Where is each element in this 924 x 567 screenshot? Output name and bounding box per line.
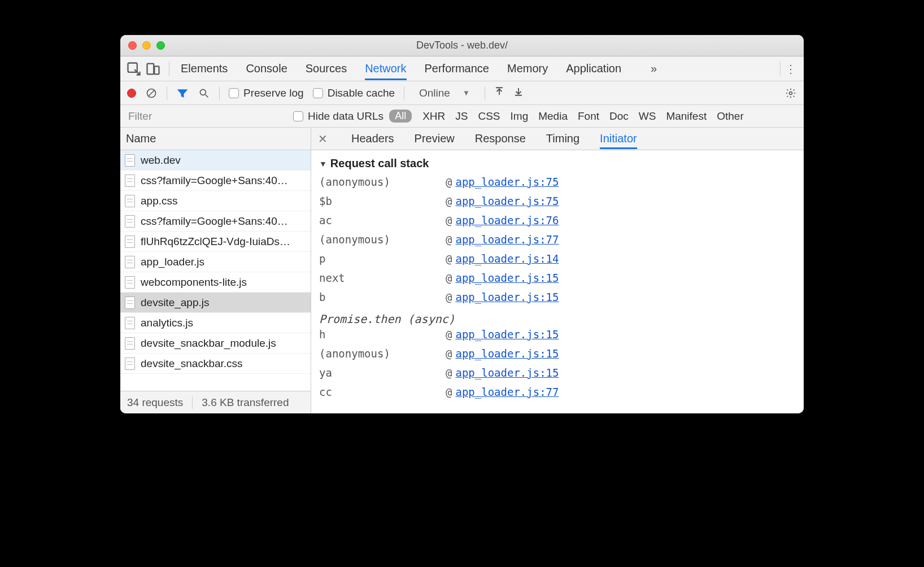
stack-frame: ya@app_loader.js:15 (319, 367, 796, 386)
stack-frame: (anonymous)@app_loader.js:15 (319, 347, 796, 367)
stack-frame-function: p (319, 252, 446, 265)
tab-application[interactable]: Application (566, 57, 621, 80)
tab-response[interactable]: Response (475, 128, 526, 149)
request-row[interactable]: webcomponents-lite.js (120, 272, 311, 293)
filter-type-xhr[interactable]: XHR (422, 110, 445, 123)
request-row[interactable]: web.dev (120, 150, 311, 171)
tab-timing[interactable]: Timing (546, 128, 579, 149)
svg-rect-2 (154, 66, 159, 74)
filter-type-doc[interactable]: Doc (609, 110, 629, 123)
request-row[interactable]: app.css (120, 191, 311, 211)
tab-console[interactable]: Console (246, 57, 287, 80)
filter-type-js[interactable]: JS (455, 110, 468, 123)
request-row[interactable]: app_loader.js (120, 252, 311, 272)
at-symbol: @ (446, 176, 452, 188)
search-icon[interactable] (198, 87, 210, 99)
request-list-panel: Name web.devcss?family=Google+Sans:40…ap… (120, 128, 311, 413)
kebab-menu-icon[interactable]: ⋮ (785, 62, 797, 76)
main-tabbar: Elements Console Sources Network Perform… (120, 56, 804, 81)
settings-gear-icon[interactable] (784, 87, 797, 99)
at-symbol: @ (446, 233, 452, 246)
upload-har-icon[interactable] (494, 86, 504, 99)
name-column-header[interactable]: Name (120, 128, 311, 150)
stack-frame-link[interactable]: app_loader.js:15 (455, 367, 559, 379)
zoom-window-button[interactable] (156, 41, 165, 50)
request-row[interactable]: devsite_snackbar.css (120, 354, 311, 374)
svg-point-5 (200, 89, 206, 95)
minimize-window-button[interactable] (142, 41, 151, 50)
stack-frame: h@app_loader.js:15 (319, 328, 796, 347)
section-title[interactable]: ▼ Request call stack (319, 157, 796, 170)
file-icon (125, 276, 135, 289)
devtools-window: DevTools - web.dev/ Elements Console Sou… (120, 35, 804, 413)
tab-performance[interactable]: Performance (425, 57, 490, 80)
detail-tabs: ✕ Headers Preview Response Timing Initia… (311, 128, 804, 150)
filter-type-img[interactable]: Img (511, 110, 529, 123)
stack-frame-link[interactable]: app_loader.js:15 (455, 272, 559, 284)
filter-type-all[interactable]: All (389, 110, 412, 123)
stack-frame: cc@app_loader.js:77 (319, 386, 796, 405)
download-har-icon[interactable] (513, 86, 524, 99)
toggle-device-toolbar-icon[interactable] (145, 61, 161, 77)
filter-icon[interactable] (176, 87, 189, 99)
request-row[interactable]: devsite_snackbar_module.js (120, 333, 311, 354)
filter-type-other[interactable]: Other (717, 110, 744, 123)
filter-type-ws[interactable]: WS (639, 110, 656, 123)
separator (192, 396, 193, 409)
stack-frame-link[interactable]: app_loader.js:75 (455, 176, 559, 188)
tab-elements[interactable]: Elements (181, 57, 228, 80)
tab-preview[interactable]: Preview (415, 128, 455, 149)
filter-type-media[interactable]: Media (538, 110, 568, 123)
inspect-element-icon[interactable] (126, 61, 142, 77)
tab-sources[interactable]: Sources (306, 57, 347, 80)
request-row[interactable]: css?family=Google+Sans:40… (120, 211, 311, 232)
throttling-select[interactable]: Online ▼ (413, 87, 476, 99)
stack-frame: p@app_loader.js:14 (319, 252, 796, 272)
filter-type-manifest[interactable]: Manifest (666, 110, 707, 123)
svg-point-9 (790, 91, 792, 94)
request-name: devsite_app.js (141, 296, 209, 309)
record-button[interactable] (127, 89, 136, 98)
stack-frame-link[interactable]: app_loader.js:77 (455, 386, 559, 398)
separator (404, 86, 404, 100)
stack-frame-link[interactable]: app_loader.js:15 (455, 291, 559, 303)
stack-frame-link[interactable]: app_loader.js:77 (455, 233, 559, 246)
filter-input[interactable] (124, 107, 287, 126)
at-symbol: @ (446, 252, 452, 265)
request-name: app.css (141, 195, 177, 207)
close-detail-icon[interactable]: ✕ (318, 132, 328, 146)
tab-initiator[interactable]: Initiator (600, 128, 637, 149)
close-window-button[interactable] (128, 41, 137, 50)
stack-frame: ac@app_loader.js:76 (319, 214, 796, 233)
stack-frame-function: (anonymous) (319, 347, 446, 360)
disable-cache-label: Disable cache (328, 87, 395, 99)
file-icon (125, 235, 135, 248)
tab-memory[interactable]: Memory (507, 57, 548, 80)
at-symbol: @ (446, 214, 452, 226)
requests-count: 34 requests (127, 396, 183, 409)
hide-data-urls-label: Hide data URLs (308, 110, 383, 123)
window-title: DevTools - web.dev/ (120, 40, 804, 51)
clear-icon[interactable] (145, 87, 158, 99)
stack-frame-link[interactable]: app_loader.js:15 (455, 328, 559, 341)
request-row[interactable]: flUhRq6tzZclQEJ-Vdg-IuiaDs… (120, 232, 311, 252)
hide-data-urls-checkbox[interactable]: Hide data URLs (293, 110, 383, 123)
tab-network[interactable]: Network (365, 57, 406, 80)
request-row[interactable]: analytics.js (120, 313, 311, 333)
filter-type-css[interactable]: CSS (478, 110, 500, 123)
tab-headers[interactable]: Headers (351, 128, 394, 149)
stack-frame-link[interactable]: app_loader.js:75 (455, 195, 559, 207)
svg-rect-1 (147, 63, 154, 74)
filter-type-font[interactable]: Font (578, 110, 599, 123)
disable-cache-checkbox[interactable]: Disable cache (313, 87, 395, 99)
request-name: css?family=Google+Sans:40… (141, 215, 288, 228)
request-row[interactable]: devsite_app.js (120, 293, 311, 313)
preserve-log-checkbox[interactable]: Preserve log (229, 87, 304, 99)
divider (780, 62, 781, 76)
stack-frame-link[interactable]: app_loader.js:76 (455, 214, 559, 226)
stack-frame-link[interactable]: app_loader.js:15 (455, 347, 559, 360)
stack-frame-link[interactable]: app_loader.js:14 (455, 252, 559, 265)
stack-frame: b@app_loader.js:15 (319, 291, 796, 310)
tabs-overflow-icon[interactable]: » (651, 57, 657, 80)
request-row[interactable]: css?family=Google+Sans:40… (120, 171, 311, 191)
